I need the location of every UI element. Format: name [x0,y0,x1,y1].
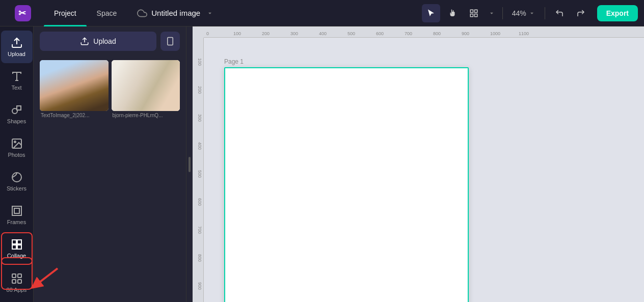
svg-point-39 [141,70,151,80]
svg-rect-19 [17,245,21,249]
sidebar-item-text-label: Text [11,85,21,91]
sidebar-item-apps[interactable]: 88 Apps [1,268,33,301]
svg-rect-35 [112,60,180,111]
left-panel: Upload Te [34,26,186,302]
image-thumb-1 [40,60,109,111]
image-label-1: TextToImage_2|202... [40,111,109,120]
svg-rect-24 [12,280,16,283]
sidebar-item-frames[interactable]: Frames [1,199,33,231]
sidebar-item-text[interactable]: Text [1,64,33,97]
panel-collapse-handle[interactable] [186,26,193,302]
svg-rect-30 [40,86,109,111]
image-card-1[interactable]: TextToImage_2|202... [40,60,109,120]
image-card-2[interactable]: bjorn-pierre-PHLrnQ... [112,60,180,120]
ruler-vtick-500: 500 [197,170,202,178]
svg-rect-18 [12,245,16,249]
sidebar-item-apps-label: 88 Apps [7,287,27,293]
ruler-tick-600: 600 [376,31,384,36]
svg-point-40 [144,73,148,77]
canvas-inner: Page 1 [204,38,644,302]
redo-button[interactable] [572,4,590,22]
svg-point-12 [14,141,16,143]
apps-icon [11,272,23,285]
tab-area: Project Space [44,0,127,26]
page-canvas[interactable] [224,67,469,302]
title-chevron-button[interactable] [204,9,216,18]
ruler-tick-200: 200 [262,31,270,36]
ruler-tick-0: 0 [206,31,209,36]
svg-rect-15 [14,208,19,213]
sidebar-item-photos[interactable]: Photos [1,131,33,164]
stickers-icon [11,171,23,183]
panel-toolbar: Upload [34,26,186,56]
tab-project[interactable]: Project [44,0,87,26]
document-title: Untitled image [151,9,200,17]
canvas-area: 0 100 200 300 400 500 600 700 800 900 10… [193,26,644,302]
svg-rect-23 [18,274,21,278]
canva-logo-icon: ✂ [15,5,31,21]
image-label-2: bjorn-pierre-PHLrnQ... [112,111,180,120]
sidebar-item-collage[interactable]: Collage [1,232,33,265]
ruler-tick-1000: 1000 [490,31,500,36]
svg-rect-43 [129,87,131,97]
ruler-tick-700: 700 [405,31,412,36]
zoom-control[interactable]: 44% [508,7,540,19]
svg-point-37 [124,74,137,87]
top-bar-center: Untitled image [127,8,421,18]
sidebar-item-upload-label: Upload [8,51,25,57]
select-tool-button[interactable] [422,4,440,22]
zoom-value: 44% [512,9,526,17]
svg-point-41 [157,75,165,84]
svg-point-38 [128,78,133,83]
collapse-handle-dot [189,157,191,172]
svg-rect-36 [112,91,180,111]
svg-rect-22 [12,274,16,278]
svg-rect-44 [145,80,146,96]
svg-text:✂: ✂ [18,8,26,18]
ruler-tick-800: 800 [433,31,441,36]
sidebar-item-shapes[interactable]: Shapes [1,98,33,130]
ruler-tick-500: 500 [347,31,355,36]
image-thumb-2 [112,60,180,111]
svg-rect-34 [53,91,94,93]
svg-rect-14 [12,206,21,215]
ruler-vtick-100: 100 [197,58,202,66]
sidebar-item-collage-label: Collage [7,253,26,259]
undo-button[interactable] [550,4,569,22]
upload-icon-btn [80,37,89,46]
upload-button-label: Upload [93,37,116,45]
export-button[interactable]: Export [597,5,638,21]
sidebar-item-upload[interactable]: Upload [1,31,33,63]
toolbar-divider [502,7,503,19]
sidebar-icons: Upload Text Shapes Photos Stickers Frame… [0,26,34,302]
upload-button[interactable]: Upload [40,32,156,51]
page-label: Page 1 [224,58,624,65]
pan-tool-button[interactable] [443,4,462,22]
main-content: Upload Text Shapes Photos Stickers Frame… [0,26,644,302]
svg-rect-2 [470,10,473,12]
top-bar: ✂ Project Space Untitled image [0,0,644,26]
frames-icon [11,205,23,217]
logo-area: ✂ [6,5,40,21]
ruler-vtick-800: 800 [197,254,202,262]
view-chevron-button[interactable] [486,9,497,18]
view-mode-button[interactable] [465,4,483,22]
svg-rect-32 [65,88,83,111]
ruler-top: 0 100 200 300 400 500 600 700 800 900 10… [204,26,644,38]
sidebar-item-stickers-label: Stickers [7,185,26,191]
cloud-icon [137,8,147,18]
svg-rect-4 [470,14,473,16]
ruler-tick-100: 100 [233,31,241,36]
svg-point-42 [159,78,163,81]
canvas-viewport[interactable]: Page 1 [204,38,644,302]
ruler-tick-400: 400 [319,31,327,36]
ruler-vtick-400: 400 [197,142,202,150]
ruler-corner [193,26,204,38]
tab-space[interactable]: Space [87,0,127,26]
text-icon [11,70,23,83]
mobile-button[interactable] [160,32,180,51]
sidebar-item-stickers[interactable]: Stickers [1,165,33,198]
ruler-left: 100 200 300 400 500 600 700 800 900 1000 [193,38,204,302]
ruler-tick-900: 900 [462,31,469,36]
svg-rect-3 [474,10,477,12]
